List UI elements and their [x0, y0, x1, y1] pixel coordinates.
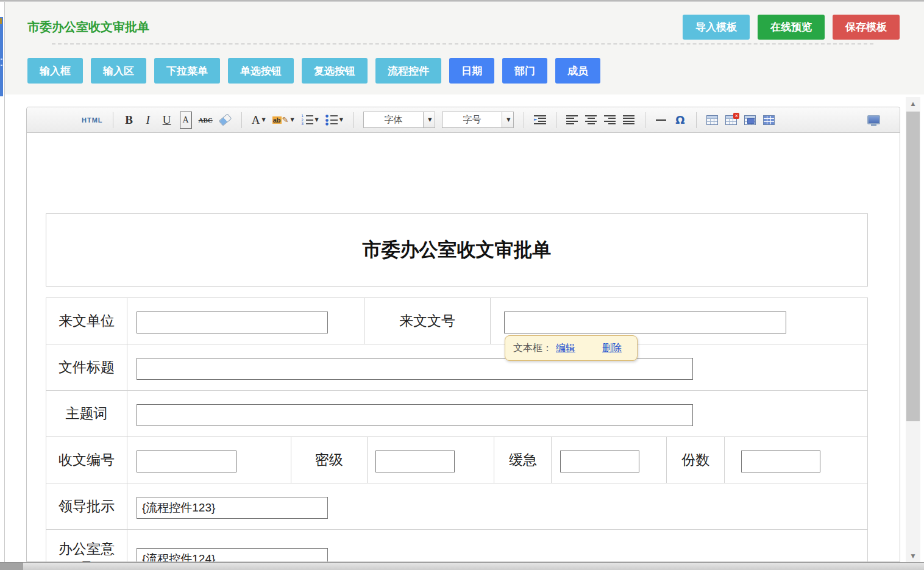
tooltip-delete-link[interactable]: 删除	[602, 342, 622, 355]
document-title: 市委办公室收文审批单	[363, 237, 552, 263]
scroll-up-button[interactable]: ▲	[906, 97, 920, 110]
font-size-value: 字号	[442, 112, 502, 127]
table-row: 收文编号 密级 缓急 份数	[46, 437, 868, 483]
font-family-select[interactable]: 字体 ▼	[363, 112, 435, 128]
insert-table-button[interactable]	[706, 112, 719, 129]
delete-table-button[interactable]	[725, 112, 737, 129]
align-center-button[interactable]	[585, 112, 597, 129]
horizontal-rule-button[interactable]	[655, 112, 667, 129]
save-template-button[interactable]: 保存模板	[833, 15, 900, 40]
field-label: 密级	[315, 451, 343, 469]
insert-member-button[interactable]: 成员	[555, 58, 600, 84]
source-unit-input[interactable]	[137, 312, 328, 333]
field-label: 份数	[681, 451, 709, 469]
office-opinion-label-cell: 办公室意见	[46, 530, 127, 561]
toolbar-separator	[556, 112, 556, 128]
urgency-input-cell	[552, 437, 667, 483]
insert-dropdown-button[interactable]: 下拉菜单	[154, 58, 220, 84]
font-family-value: 字体	[364, 112, 423, 127]
office-opinion-input[interactable]	[137, 548, 328, 561]
strikethrough-button[interactable]: ABC	[199, 112, 213, 129]
align-right-button[interactable]	[604, 112, 616, 129]
import-template-button[interactable]: 导入模板	[683, 15, 750, 40]
editor-toolbar: HTML B I U A ABC A▼ ab✎▼ 1 2 3 ▼ ● ●	[27, 107, 900, 133]
italic-button[interactable]: I	[142, 112, 154, 129]
widget-button-row: 输入框 输入区 下拉菜单 单选按钮 复选按钮 流程控件 日期 部门 成员	[27, 58, 600, 84]
scrollbar-thumb[interactable]	[906, 112, 920, 421]
copies-input-cell	[725, 437, 868, 483]
table-row: 文件标题	[46, 344, 868, 391]
special-char-button[interactable]: Ω	[674, 112, 686, 129]
scroll-down-button[interactable]: ▼	[906, 549, 920, 563]
field-label: 文件标题	[59, 358, 115, 377]
align-justify-icon	[623, 115, 634, 124]
toolbar-separator	[353, 112, 354, 128]
field-label: 主题词	[65, 404, 107, 423]
insert-date-button[interactable]: 日期	[449, 58, 494, 84]
receipt-number-input[interactable]	[137, 451, 236, 472]
insert-checkbox-button[interactable]: 复选按钮	[302, 58, 368, 84]
doc-title-label-cell: 文件标题	[46, 344, 127, 391]
vertical-scrollbar[interactable]: ▲ ▼	[906, 97, 920, 564]
page-header: 市委办公室收文审批单 导入模板 在线预览 保存模板 输入框 输入区 下拉菜单 单…	[5, 2, 924, 94]
font-size-dropdown-button[interactable]: ▼	[502, 112, 513, 127]
fullscreen-button[interactable]	[867, 112, 880, 129]
table-delete-icon	[725, 115, 737, 125]
align-justify-button[interactable]	[623, 112, 635, 129]
char-border-button[interactable]: A	[180, 112, 192, 129]
editor-content[interactable]: 市委办公室收文审批单 来文单位 来文文号 文件标题	[27, 133, 900, 561]
leader-remarks-input[interactable]	[137, 497, 328, 519]
page-title: 市委办公室收文审批单	[27, 19, 149, 35]
form-table: 来文单位 来文文号 文件标题	[46, 297, 868, 561]
table-properties-button[interactable]	[744, 112, 756, 129]
toolbar-separator	[645, 112, 645, 128]
align-left-button[interactable]	[566, 112, 578, 129]
pencil-icon: ✎	[282, 115, 289, 124]
ordered-list-button[interactable]: 1 2 3 ▼	[301, 112, 319, 129]
bold-button[interactable]: B	[123, 112, 135, 129]
indent-button[interactable]	[534, 112, 546, 129]
highlight-ab-icon: ab	[272, 116, 282, 124]
online-preview-button[interactable]: 在线预览	[758, 15, 825, 40]
font-color-button[interactable]: A▼	[252, 112, 266, 129]
horizontal-rule-icon	[656, 119, 666, 121]
table-icon	[706, 115, 718, 125]
urgency-input[interactable]	[560, 451, 639, 472]
subject-words-input[interactable]	[137, 404, 693, 426]
align-center-icon	[585, 115, 597, 124]
chevron-down-icon: ▼	[339, 117, 343, 123]
template-editor-window: 市委办公室收文审批单 导入模板 在线预览 保存模板 输入框 输入区 下拉菜单 单…	[0, 0, 924, 570]
unordered-list-icon: ● ● ●	[325, 115, 338, 125]
toolbar-separator	[524, 112, 524, 128]
tooltip-edit-link[interactable]: 编辑	[556, 342, 575, 355]
field-label: 领导批示	[59, 497, 115, 516]
security-level-input-cell	[368, 437, 495, 483]
ordered-list-icon: 1 2 3	[301, 115, 313, 125]
document-title-cell[interactable]: 市委办公室收文审批单	[46, 213, 868, 287]
copies-input[interactable]	[741, 451, 820, 472]
left-edge-strip	[0, 17, 3, 96]
unordered-list-button[interactable]: ● ● ● ▼	[325, 112, 343, 129]
urgency-label-cell: 缓急	[494, 437, 552, 483]
underline-button[interactable]: U	[161, 112, 173, 129]
insert-input-box-button[interactable]: 输入框	[27, 58, 83, 84]
insert-textarea-button[interactable]: 输入区	[91, 58, 146, 84]
font-size-select[interactable]: 字号 ▼	[442, 112, 514, 128]
table-cells-icon	[763, 115, 775, 125]
chevron-down-icon: ▼	[262, 117, 266, 123]
html-source-button[interactable]: HTML	[82, 112, 103, 129]
doc-number-input[interactable]	[504, 312, 786, 333]
insert-flow-control-button[interactable]: 流程控件	[375, 58, 441, 84]
font-family-dropdown-button[interactable]: ▼	[423, 112, 435, 127]
table-row: 办公室意见	[46, 530, 868, 561]
remove-format-button[interactable]	[219, 112, 232, 129]
table-cells-button[interactable]	[763, 112, 775, 129]
table-row: 来文单位 来文文号	[46, 298, 868, 344]
doc-title-input-cell	[127, 344, 868, 391]
leader-remarks-input-cell	[127, 483, 868, 530]
insert-department-button[interactable]: 部门	[502, 58, 547, 84]
doc-title-input[interactable]	[137, 358, 693, 380]
highlight-color-button[interactable]: ab✎▼	[272, 112, 294, 129]
insert-radio-button[interactable]: 单选按钮	[228, 58, 294, 84]
security-level-input[interactable]	[375, 451, 455, 472]
